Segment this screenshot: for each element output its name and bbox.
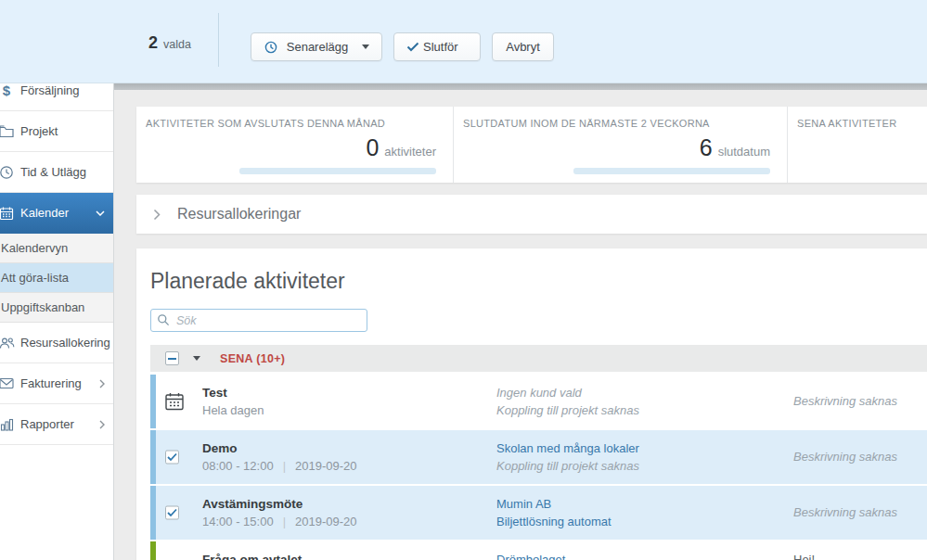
kalender-submenu: Kalendervyn Att göra-lista Uppgiftskanba… [0, 234, 113, 323]
submenu-item-uppgiftskanban[interactable]: Uppgiftskanban [0, 293, 113, 323]
group-select-checkbox[interactable] [165, 351, 179, 365]
submenu-item-kalendervyn[interactable]: Kalendervyn [0, 234, 113, 263]
horizontal-scrollbar[interactable] [114, 83, 927, 90]
chevron-right-icon [99, 379, 105, 388]
group-header-sena: SENA (10+) [150, 345, 927, 372]
activity-row-test[interactable]: Test Hela dagen Ingen kund vald Koppling… [150, 375, 927, 428]
activity-main-cell: Fråga om avtalet [202, 553, 481, 560]
project-missing-label: Koppling till projekt saknas [496, 401, 775, 420]
postpone-button-label: Senarelägg [287, 40, 349, 54]
sidebar-item-label: Fakturering [20, 376, 82, 390]
stat-progress-bar [239, 168, 436, 174]
stat-card-sena-aktiviteter: SENA AKTIVITETER [787, 107, 927, 183]
activity-color-bar [150, 430, 156, 484]
postpone-button[interactable]: Senarelägg [251, 32, 382, 61]
sidebar-item-forsaljning[interactable]: $ Försäljning [0, 83, 113, 111]
sidebar-item-label: Projekt [20, 124, 58, 138]
bar-chart-icon [0, 418, 17, 431]
cancel-button[interactable]: Avbryt [492, 32, 554, 61]
envelope-icon [0, 377, 17, 389]
project-link[interactable]: Biljettlösning automat [496, 513, 775, 531]
description-cell: Beskrivning saknas [793, 503, 927, 522]
complete-button-label: Slutför [423, 40, 458, 54]
description-missing-label: Beskrivning saknas [793, 392, 927, 411]
sidebar-item-tid-utlagg[interactable]: Tid & Utlägg [0, 152, 113, 193]
clock-icon [0, 165, 17, 180]
sidebar-item-label: Försäljning [20, 83, 80, 97]
row-checkbox-checked[interactable] [165, 506, 179, 520]
complete-button[interactable]: Slutför [393, 32, 481, 61]
sidebar: $ Försäljning Projekt Tid & Utlägg Kalen… [0, 83, 114, 560]
sidebar-item-kalender[interactable]: Kalender [0, 193, 113, 234]
calendar-icon [0, 206, 17, 221]
stats-strip: AKTIVITETER SOM AVSLUTATS DENNA MÅNAD 0 … [136, 107, 927, 183]
activity-main-cell: Avstämingsmöte 14:00 - 15:00|2019-09-20 [202, 497, 481, 528]
activity-date: 2019-09-20 [295, 459, 357, 473]
group-label: SENA (10+) [220, 352, 285, 365]
activity-main-cell: Demo 08:00 - 12:00|2019-09-20 [202, 441, 481, 473]
description-text: Hej! [793, 551, 927, 560]
sidebar-item-resursallokering[interactable]: Resursallokering [0, 323, 113, 363]
customer-project-cell: Drömbolaget [496, 551, 775, 560]
customer-project-cell: Mumin AB Biljettlösning automat [496, 495, 775, 531]
selected-count: 2 valda [148, 33, 191, 53]
stat-value: 6 [700, 134, 713, 161]
sidebar-item-rapporter[interactable]: Rapporter [0, 404, 113, 445]
project-missing-label: Koppling till projekt saknas [496, 457, 775, 476]
activity-row-avstamingsmote[interactable]: Avstämingsmöte 14:00 - 15:00|2019-09-20 … [150, 486, 927, 540]
customer-link[interactable]: Mumin AB [496, 495, 775, 514]
complete-check-icon [406, 42, 419, 52]
activity-time: Hela dagen [202, 403, 481, 417]
sidebar-item-fakturering[interactable]: Fakturering [0, 363, 113, 404]
planned-activities-panel: Planerade aktiviteter SENA (10+) [136, 248, 927, 560]
stat-unit: aktiviteter [384, 145, 436, 159]
search-box [150, 309, 367, 332]
chevron-right-icon [99, 420, 105, 429]
indeterminate-mark [168, 358, 176, 360]
chevron-right-icon [153, 209, 161, 221]
customer-link[interactable]: Skolan med många lokaler [496, 439, 775, 458]
project-folder-icon [0, 124, 17, 138]
activity-color-bar [150, 541, 156, 560]
activity-row-fraga-om-avtalet[interactable]: Fråga om avtalet Drömbolaget Hej! [150, 541, 927, 560]
stat-card-slutdatum: SLUTDATUM INOM DE NÄRMASTE 2 VECKORNA 6 … [453, 107, 787, 183]
sidebar-item-projekt[interactable]: Projekt [0, 111, 113, 152]
customer-link[interactable]: Drömbolaget [496, 551, 775, 560]
description-missing-label: Beskrivning saknas [793, 448, 927, 466]
activity-date: 2019-09-20 [295, 515, 357, 528]
search-icon [157, 313, 170, 330]
time-date-separator: | [274, 515, 295, 528]
stat-title: SLUTDATUM INOM DE NÄRMASTE 2 VECKORNA [463, 118, 776, 129]
search-input[interactable] [150, 309, 367, 332]
activity-rows: Test Hela dagen Ingen kund vald Koppling… [150, 375, 927, 560]
group-collapse-caret-icon[interactable] [193, 356, 200, 361]
customer-project-cell: Skolan med många lokaler Koppling till p… [496, 439, 775, 476]
submenu-item-att-gora-lista[interactable]: Att göra-lista [0, 263, 113, 293]
page-title: Planerade aktiviteter [150, 269, 927, 294]
stat-value: 0 [366, 134, 379, 161]
activity-time: 08:00 - 12:00|2019-09-20 [202, 459, 481, 473]
stat-card-avslutade-aktiviteter: AKTIVITETER SOM AVSLUTATS DENNA MÅNAD 0 … [136, 107, 453, 183]
activity-time: 14:00 - 15:00|2019-09-20 [202, 515, 481, 528]
row-checkbox-checked[interactable] [165, 451, 179, 465]
selected-count-label: valda [163, 38, 191, 51]
activity-row-demo[interactable]: Demo 08:00 - 12:00|2019-09-20 Skolan med… [150, 430, 927, 484]
activity-main-cell: Test Hela dagen [202, 386, 481, 417]
sidebar-item-label: Rapporter [20, 417, 74, 431]
sidebar-item-label: Tid & Utlägg [20, 165, 86, 179]
all-day-calendar-icon [164, 391, 185, 412]
submenu-item-label: Att göra-lista [1, 271, 69, 285]
activity-title: Fråga om avtalet [202, 553, 481, 560]
description-cell: Beskrivning saknas [793, 392, 927, 411]
resource-allocations-panel[interactable]: Resursallokeringar [136, 195, 927, 234]
activity-color-bar [150, 375, 156, 428]
stat-title: AKTIVITETER SOM AVSLUTATS DENNA MÅNAD [146, 118, 442, 129]
chevron-down-icon [96, 210, 105, 216]
sidebar-item-label: Kalender [20, 206, 69, 220]
description-cell: Hej! [793, 551, 927, 560]
activity-color-bar [150, 486, 156, 540]
sales-dollar-icon: $ [0, 83, 17, 98]
resource-allocations-title: Resursallokeringar [177, 206, 301, 223]
postpone-caret-down-icon [362, 45, 369, 49]
customer-missing-label: Ingen kund vald [496, 384, 775, 402]
